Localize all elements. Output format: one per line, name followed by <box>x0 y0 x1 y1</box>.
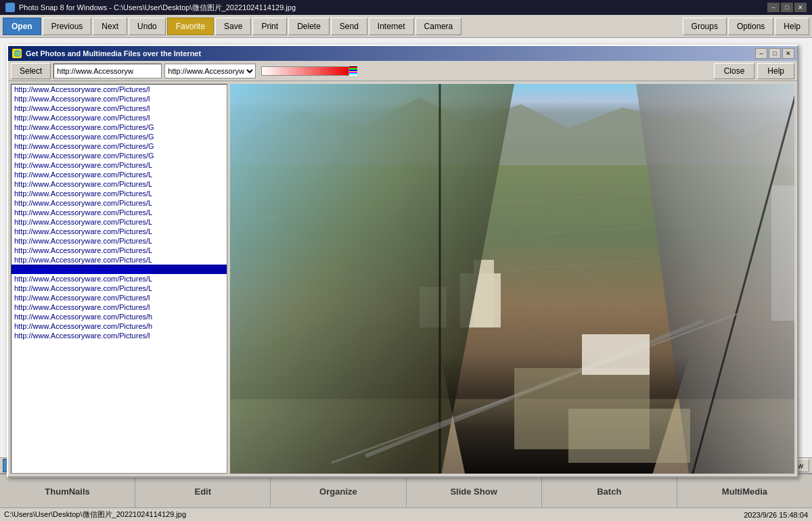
camera-button[interactable]: Camera <box>415 18 462 35</box>
url-list-item[interactable]: http://www.Accessoryware.com/Pictures/G <box>12 132 227 141</box>
url-list-item[interactable]: http://www.Accessoryware.com/Pictures/L <box>12 274 227 284</box>
url-list-item[interactable]: http://www.Accessoryware.com/Pictures/L <box>12 246 227 255</box>
groups-button[interactable]: Groups <box>683 18 727 35</box>
options-button[interactable]: Options <box>728 18 773 35</box>
next-button[interactable]: Next <box>93 18 127 35</box>
url-list-item[interactable]: http://www.Accessoryware.com/Pictures/G <box>12 122 227 132</box>
url-list[interactable]: http://www.Accessoryware.com/Pictures/lh… <box>11 84 227 474</box>
dialog-icon: 🌐 <box>12 49 22 58</box>
dialog-close-button[interactable]: ✕ <box>782 48 794 59</box>
url-list-item[interactable]: http://www.Accessoryware.com/Pictures/l <box>12 293 227 302</box>
app-icon <box>5 3 15 12</box>
url-list-item[interactable]: http://www.Accessoryware.com/Pictures/h <box>12 312 227 321</box>
previous-button[interactable]: Previous <box>43 18 92 35</box>
color-gradient <box>261 66 349 76</box>
url-list-item[interactable]: http://www.Accessoryware.com/Pictures/L <box>12 227 227 236</box>
save-button[interactable]: Save <box>215 18 251 35</box>
undo-button[interactable]: Undo <box>129 18 166 35</box>
url-list-item[interactable]: http://www.Accessoryware.com/Pictures/L <box>12 255 227 265</box>
title-bar: Photo Snap 8 for Windows - C:\Users\User… <box>0 0 812 15</box>
url-list-item[interactable]: http://www.Accessoryware.com/Pictures/l <box>12 94 227 104</box>
send-button[interactable]: Send <box>331 18 367 35</box>
svg-rect-26 <box>568 409 690 463</box>
svg-rect-27 <box>582 334 650 375</box>
url-list-item[interactable]: http://www.Accessoryware.com/Pictures/L <box>12 284 227 293</box>
favorite-button[interactable]: Favorite <box>167 18 214 35</box>
url-list-item[interactable]: http://www.Accessoryware.com/Pictures/L <box>12 217 227 227</box>
url-list-item[interactable]: http://www.Accessoryware.com/Pictures/h <box>12 321 227 331</box>
url-list-item[interactable]: http://www.Accessoryware.com/Pictures/L <box>12 265 227 274</box>
url-input[interactable] <box>53 64 162 78</box>
url-list-item[interactable]: http://www.Accessoryware.com/Pictures/L <box>12 208 227 217</box>
url-list-item[interactable]: http://www.Accessoryware.com/Pictures/L <box>12 160 227 170</box>
url-list-item[interactable]: http://www.Accessoryware.com/Pictures/L <box>12 198 227 208</box>
url-list-item[interactable]: http://www.Accessoryware.com/Pictures/L <box>12 236 227 246</box>
dialog-container: 🌐 Get Photos and Multimedia Files over t… <box>0 38 812 487</box>
url-list-item[interactable]: http://www.Accessoryware.com/Pictures/l <box>12 85 227 94</box>
dialog-titlebar: 🌐 Get Photos and Multimedia Files over t… <box>8 46 797 61</box>
url-list-item[interactable]: http://www.Accessoryware.com/Pictures/l <box>12 331 227 340</box>
close-button[interactable]: ✕ <box>794 3 807 12</box>
url-list-item[interactable]: http://www.Accessoryware.com/Pictures/l <box>12 104 227 113</box>
status-filepath: C:\Users\User\Desktop\微信图片_2022102411412… <box>4 509 186 520</box>
dialog-maximize-button[interactable]: □ <box>769 48 781 59</box>
app-title: Photo Snap 8 for Windows - C:\Users\User… <box>19 3 296 13</box>
url-list-item[interactable]: http://www.Accessoryware.com/Pictures/l <box>12 113 227 122</box>
url-list-item[interactable]: http://www.Accessoryware.com/Pictures/G <box>12 151 227 160</box>
file-path-bar: C:\Users\User\Desktop\微信图片_2022102411412… <box>0 507 812 521</box>
url-list-item[interactable]: http://www.Accessoryware.com/Pictures/L <box>12 189 227 198</box>
url-dropdown[interactable]: http://www.Accessoryw <box>164 64 256 78</box>
dialog-toolbar: Select http://www.Accessoryw <box>8 61 797 81</box>
internet-button[interactable]: Internet <box>369 18 414 35</box>
delete-button[interactable]: Delete <box>288 18 330 35</box>
url-list-item[interactable]: http://www.Accessoryware.com/Pictures/l <box>12 302 227 312</box>
las-vegas-image <box>230 84 794 474</box>
print-button[interactable]: Print <box>252 18 287 35</box>
maximize-button[interactable]: □ <box>781 3 793 12</box>
image-area <box>230 84 794 474</box>
url-list-item[interactable]: http://www.Accessoryware.com/Pictures/L <box>12 179 227 189</box>
photo-transition-svg <box>230 84 794 474</box>
status-datetime: 2023/9/26 15:48:04 <box>744 511 808 519</box>
dialog-close-action-button[interactable]: Close <box>714 63 755 79</box>
url-list-item[interactable]: http://www.Accessoryware.com/Pictures/G <box>12 141 227 151</box>
color-bar <box>261 66 357 76</box>
select-button[interactable]: Select <box>11 63 51 79</box>
dialog-help-button[interactable]: Help <box>757 63 794 79</box>
color-side-strip <box>349 66 357 76</box>
minimize-button[interactable]: – <box>767 3 780 12</box>
dialog-content: http://www.Accessoryware.com/Pictures/lh… <box>8 81 797 476</box>
main-toolbar: Open Previous Next Undo Favorite Save Pr… <box>0 15 812 38</box>
help-button[interactable]: Help <box>775 18 809 35</box>
open-button[interactable]: Open <box>3 18 41 35</box>
dialog-title: Get Photos and Multimedia Files over the… <box>26 49 201 58</box>
url-list-item[interactable]: http://www.Accessoryware.com/Pictures/L <box>12 170 227 179</box>
dialog-minimize-button[interactable]: – <box>755 48 767 59</box>
internet-dialog: 🌐 Get Photos and Multimedia Files over t… <box>7 45 798 478</box>
